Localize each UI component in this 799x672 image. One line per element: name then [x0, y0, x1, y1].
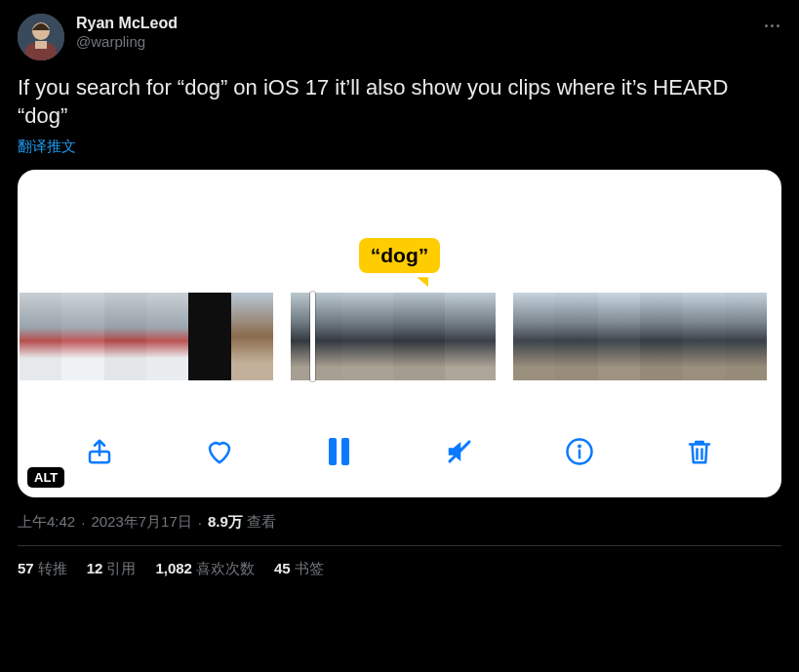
- timeline-frame: [146, 293, 188, 380]
- tweet-time: 上午4:42: [18, 513, 75, 532]
- tweet-container: Ryan McLeod @warpling If you search for …: [0, 0, 799, 578]
- svg-point-7: [579, 446, 580, 448]
- user-handle: @warpling: [76, 33, 178, 52]
- meta-separator: ·: [198, 514, 202, 531]
- like-count: 1,082: [155, 560, 192, 576]
- media-attachment[interactable]: “dog”: [18, 170, 781, 497]
- timeline-frame: [231, 293, 273, 380]
- user-info[interactable]: Ryan McLeod @warpling: [76, 14, 178, 52]
- share-icon[interactable]: [85, 437, 114, 466]
- timeline-frame: [188, 293, 230, 380]
- timeline-frame: [555, 293, 597, 380]
- quote-count: 12: [87, 560, 103, 576]
- bookmark-count: 45: [274, 560, 291, 576]
- bookmark-label: 书签: [295, 560, 324, 576]
- clip-group[interactable]: [20, 293, 273, 380]
- timeline-frame: [640, 293, 682, 380]
- caption-bubble-wrap: “dog”: [18, 238, 781, 273]
- retweet-stat[interactable]: 57转推: [18, 560, 67, 578]
- timeline-playhead[interactable]: [310, 292, 315, 381]
- tweet-date: 2023年7月17日: [91, 513, 191, 532]
- like-stat[interactable]: 1,082喜欢次数: [155, 560, 255, 578]
- retweet-label: 转推: [38, 560, 67, 576]
- timeline-frame: [61, 293, 103, 380]
- trash-icon[interactable]: [685, 437, 714, 466]
- avatar-image: [18, 14, 64, 60]
- meta-separator: ·: [81, 514, 85, 531]
- translate-link[interactable]: 翻译推文: [18, 138, 781, 156]
- tweet-text: If you search for “dog” on iOS 17 it’ll …: [18, 74, 781, 130]
- caption-bubble: “dog”: [359, 238, 440, 273]
- timeline-frame: [291, 293, 342, 380]
- timeline-frame: [445, 293, 497, 380]
- timeline-frame: [20, 293, 61, 380]
- retweet-count: 57: [18, 560, 34, 576]
- display-name: Ryan McLeod: [76, 14, 178, 33]
- timeline-frame: [598, 293, 640, 380]
- timeline-frame: [393, 293, 445, 380]
- svg-rect-3: [35, 41, 47, 49]
- quote-label: 引用: [106, 560, 136, 576]
- like-label: 喜欢次数: [196, 560, 255, 576]
- clip-group[interactable]: [291, 293, 496, 380]
- tweet-meta[interactable]: 上午4:42 · 2023年7月17日 · 8.9万 查看: [18, 513, 781, 532]
- video-timeline[interactable]: [18, 293, 781, 380]
- timeline-frame: [725, 293, 767, 380]
- tweet-stats: 57转推 12引用 1,082喜欢次数 45书签: [18, 546, 781, 578]
- bookmark-stat[interactable]: 45书签: [274, 560, 324, 578]
- heart-icon[interactable]: [205, 437, 234, 466]
- timeline-frame: [342, 293, 394, 380]
- quote-stat[interactable]: 12引用: [87, 560, 137, 578]
- clip-group[interactable]: [513, 293, 767, 380]
- views-label: 查看: [247, 513, 276, 532]
- timeline-frame: [682, 293, 724, 380]
- more-options-icon[interactable]: [762, 16, 781, 35]
- timeline-frame: [104, 293, 146, 380]
- timeline-frame: [513, 293, 555, 380]
- alt-badge[interactable]: ALT: [27, 467, 64, 488]
- tweet-header: Ryan McLeod @warpling: [18, 14, 781, 60]
- views-count: 8.9万: [208, 513, 243, 532]
- speaker-muted-icon[interactable]: [445, 437, 474, 466]
- pause-icon[interactable]: [325, 437, 354, 466]
- info-icon[interactable]: [565, 437, 594, 466]
- avatar[interactable]: [18, 14, 64, 60]
- media-toolbar: [18, 437, 781, 466]
